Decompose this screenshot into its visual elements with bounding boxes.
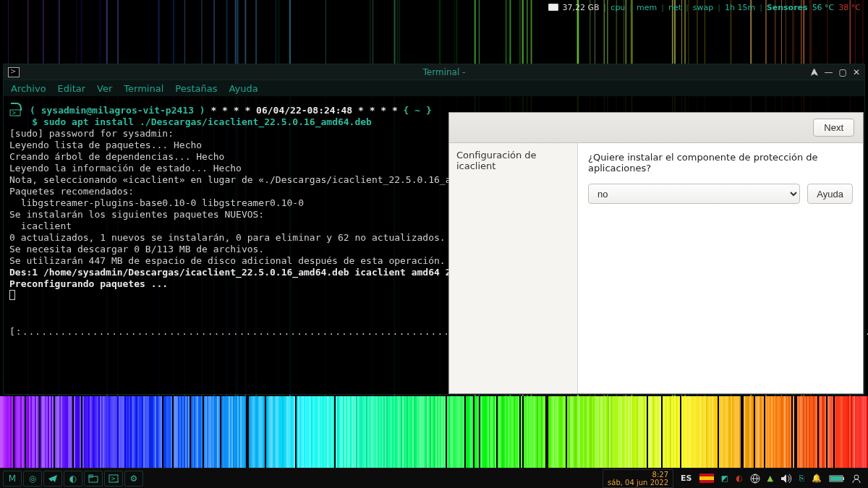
svg-rect-590 [694, 396, 696, 468]
svg-rect-640 [761, 396, 762, 468]
svg-rect-340 [352, 396, 353, 468]
svg-rect-125 [58, 396, 59, 468]
svg-rect-392 [427, 396, 428, 468]
rollup-icon[interactable]: ⮝ [810, 67, 819, 77]
svg-rect-397 [434, 396, 435, 468]
minimize-icon[interactable]: — [825, 67, 833, 77]
svg-rect-346 [360, 396, 362, 468]
notifications-icon[interactable]: 🔔 [812, 474, 822, 483]
svg-rect-515 [590, 396, 592, 468]
svg-rect-157 [101, 396, 103, 468]
svg-rect-165 [113, 396, 114, 468]
svg-rect-528 [609, 396, 610, 468]
svg-rect-589 [693, 396, 694, 468]
disk-icon [548, 4, 558, 11]
svg-rect-84 [4, 396, 6, 468]
volume-icon[interactable] [780, 474, 792, 484]
svg-rect-607 [718, 396, 719, 468]
menu-pestanas[interactable]: Pestañas [175, 83, 217, 94]
svg-rect-341 [353, 396, 354, 468]
svg-rect-282 [271, 396, 272, 468]
svg-rect-306 [304, 396, 305, 468]
next-button[interactable]: Next [813, 119, 854, 137]
maximize-icon[interactable]: ▢ [839, 67, 847, 77]
svg-rect-459 [516, 396, 518, 468]
svg-rect-400 [438, 396, 440, 468]
updates-icon[interactable]: ▲ [767, 474, 773, 483]
svg-rect-216 [184, 396, 185, 468]
app-terminal[interactable]: >_ [104, 471, 123, 487]
svg-rect-671 [800, 396, 801, 468]
app-browser[interactable]: ◐ [64, 471, 82, 487]
svg-rect-594 [700, 396, 702, 468]
close-icon[interactable]: ✕ [853, 67, 860, 77]
svg-rect-296 [291, 396, 292, 468]
answer-select[interactable]: no [588, 184, 800, 204]
svg-rect-517 [593, 396, 595, 468]
svg-rect-222 [191, 396, 192, 468]
svg-rect-131 [67, 396, 68, 468]
svg-rect-456 [512, 396, 514, 468]
svg-rect-643 [764, 396, 765, 468]
svg-rect-514 [589, 396, 590, 468]
svg-rect-582 [683, 396, 684, 468]
menu-editar[interactable]: Editar [58, 83, 86, 94]
panel-clock[interactable]: 8:27 sáb, 04 jun 2022 [603, 469, 673, 488]
svg-rect-654 [780, 396, 781, 468]
svg-rect-597 [705, 396, 706, 468]
redshift-icon[interactable]: ◐ [736, 474, 743, 483]
svg-rect-381 [411, 396, 412, 468]
svg-rect-313 [314, 396, 315, 468]
help-button[interactable]: Ayuda [807, 184, 853, 204]
svg-rect-235 [208, 396, 210, 468]
battery-icon[interactable] [829, 474, 845, 483]
svg-rect-297 [292, 396, 294, 468]
svg-rect-394 [430, 396, 431, 468]
app-settings[interactable]: ⚙ [124, 471, 143, 487]
svg-rect-648 [771, 396, 773, 468]
svg-rect-244 [220, 396, 221, 468]
menu-ver[interactable]: Ver [97, 83, 112, 94]
user-switch-icon[interactable] [852, 474, 861, 483]
svg-rect-319 [323, 396, 324, 468]
svg-rect-115 [45, 396, 46, 468]
svg-rect-412 [454, 396, 456, 468]
svg-rect-524 [603, 396, 605, 468]
svg-point-731 [854, 475, 859, 479]
svg-rect-536 [621, 396, 622, 468]
svg-rect-154 [97, 396, 98, 468]
debconf-dialog[interactable]: Next Configuración de icaclient ¿Quiere … [448, 112, 864, 394]
svg-rect-136 [72, 396, 74, 468]
svg-rect-291 [284, 396, 285, 468]
svg-rect-631 [749, 396, 751, 468]
svg-rect-713 [856, 396, 858, 468]
menu-archivo[interactable]: Archivo [11, 83, 46, 94]
app-files[interactable] [84, 471, 103, 487]
app-launcher-1[interactable]: ◎ [23, 471, 42, 487]
svg-rect-189 [148, 396, 149, 468]
network-icon[interactable] [750, 474, 760, 484]
svg-text:>_: >_ [111, 476, 119, 482]
menu-terminal[interactable]: Terminal [124, 83, 163, 94]
app-telegram[interactable] [43, 471, 62, 487]
svg-rect-113 [42, 396, 43, 468]
color-picker-icon[interactable]: ◩ [721, 474, 728, 483]
svg-rect-469 [528, 396, 529, 468]
svg-rect-494 [561, 396, 563, 468]
svg-rect-363 [385, 396, 386, 468]
svg-rect-457 [514, 396, 515, 468]
svg-rect-362 [383, 396, 385, 468]
menu-launcher[interactable]: M [3, 471, 22, 487]
svg-rect-336 [346, 396, 347, 468]
clipboard-icon[interactable]: ⎘ [799, 474, 804, 483]
uptime-label: 1h 15m [725, 3, 755, 12]
keyboard-layout[interactable]: ES [681, 474, 692, 483]
svg-rect-557 [650, 396, 651, 468]
svg-rect-541 [628, 396, 629, 468]
window-titlebar[interactable]: Terminal - ⮝ — ▢ ✕ [4, 64, 864, 80]
svg-rect-352 [369, 396, 370, 468]
menu-ayuda[interactable]: Ayuda [229, 83, 258, 94]
svg-rect-151 [93, 396, 94, 468]
svg-rect-571 [668, 396, 670, 468]
svg-rect-114 [43, 396, 45, 468]
